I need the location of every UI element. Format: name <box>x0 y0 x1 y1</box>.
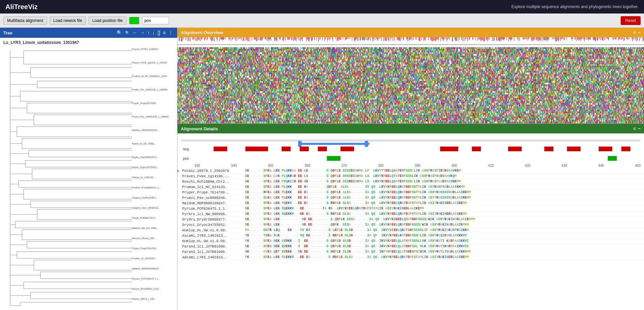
table-row: Pruper_Prupe.7G14760..SE-------RFEA-LEK-… <box>177 190 644 195</box>
alignment-details: Alignment Details ≡ − <box>177 124 644 310</box>
table-row: Maldom_MDP0000169047.SE-------SFEA-LEK-P… <box>177 201 644 206</box>
tree-panel: Tree 🔍 🔍 ← → ↑ ↓ [] ≡ ⋮ Lu_LYR3_Linum_us… <box>0 28 177 310</box>
svg-rect-132 <box>599 147 612 151</box>
overview-menu-icon[interactable]: ≡ <box>633 30 636 35</box>
scale-440: 440 <box>598 164 604 167</box>
sequence-name: Humlup_HL.SW.v1.0.G0. <box>181 228 245 232</box>
svg-rect-123 <box>282 147 291 151</box>
position-slider[interactable] <box>181 133 641 144</box>
sequence-name: Drydru_Drydr368S0377. <box>181 217 245 222</box>
sequence-data: SE-------SFEA-LEK-----------VE-EE-------… <box>245 223 644 227</box>
svg-text:Pyrbre_lcl_NC_0088...: Pyrbre_lcl_NC_0088... <box>132 143 156 145</box>
table-row: Parand_lcl_JXTB01000.SE-------SFES-SEK-Q… <box>177 244 644 249</box>
svg-text:Pruavi_Pav_sc0000348_1_180844: Pruavi_Pav_sc0000348_1_180844 <box>132 115 169 118</box>
details-minimize-icon[interactable]: − <box>638 126 641 131</box>
overview-title: Alignment Overview <box>181 30 223 35</box>
sequence-name: Adcami_LYR3_1401923.. <box>181 255 245 259</box>
tree-selected-label: Lu_LYR3_Linum_usitatissium_1301947 <box>2 40 175 46</box>
arrow-down-icon[interactable]: ↓ <box>152 29 156 36</box>
sequence-data: SE-------SFEA-LGK-PLQKRGD-EE-LS---------… <box>245 174 644 178</box>
scale-350: 350 <box>268 164 273 167</box>
tree-content: Lu_LYR3_Linum_usitatissium_1301947 <box>0 38 177 310</box>
arrow-up-icon[interactable]: ↑ <box>147 29 150 36</box>
scale-430: 430 <box>562 164 567 167</box>
svg-text:Roschi_RchiOBHm_Chr2...: Roschi_RchiOBHm_Chr2... <box>132 288 161 290</box>
svg-text:Pruder_Per_cDNA108_1_148098: Pruder_Per_cDNA108_1_148098 <box>132 88 167 91</box>
zoom-in-icon[interactable]: 🔍 <box>116 29 123 36</box>
svg-text:Maldom_Ma_loci_RM6...: Maldom_Ma_loci_RM6... <box>132 227 158 230</box>
scale-450: 450 <box>635 164 641 167</box>
bracket-icon[interactable]: [] <box>157 29 161 36</box>
svg-rect-128 <box>472 147 481 151</box>
slider-track <box>181 139 641 141</box>
sequence-data: PK-------SFEA-LEK-PLEKKV---EE-EG--------… <box>245 255 644 259</box>
alignment-overview: Alignment Overview ≡ − <box>177 28 644 124</box>
scale-370: 370 <box>341 164 347 167</box>
load-newick-button[interactable]: Load newick file <box>50 17 86 25</box>
sequence-data: SE-------SFES-SEK-QVEKK---I--DE---------… <box>245 244 644 248</box>
sequence-name: Dryoct_Dryoc34755052. <box>181 223 245 227</box>
sequence-name: Pruper_Prupe.7G14760.. <box>181 190 245 195</box>
svg-text:Drydru_Drydr368S0377...: Drydru_Drydr368S0377... <box>132 156 159 159</box>
menu-icon[interactable]: ≡ <box>162 29 166 36</box>
sequence-name: Ascami_IYR3_1401923.. <box>181 234 245 238</box>
neg-bars <box>191 146 644 152</box>
svg-rect-127 <box>440 147 458 151</box>
sequence-data: SE-------SFEA-LEK-SQEKKV---EE-EG--------… <box>245 212 644 216</box>
svg-text:Prudum_lcl_RP_00000411_2100...: Prudum_lcl_RP_00000411_2100... <box>132 75 169 78</box>
sequence-data: SK-------GYEA-QET-SVEEK---VE-EE---------… <box>245 250 644 254</box>
table-row: Prumum_lcl_NC_024133.SE-------SFEA-LEK-P… <box>177 184 644 190</box>
svg-rect-125 <box>318 147 327 151</box>
details-header: Alignment Details ≡ − <box>177 124 644 133</box>
sequence-name: Parand_lcl_JXTB01000. <box>181 250 245 254</box>
app-header: AliTreeViz Explore multiple sequence ali… <box>0 0 644 14</box>
reset-button[interactable]: Reset <box>621 16 641 25</box>
details-content: neg <box>177 133 644 310</box>
pos-bars <box>191 155 644 161</box>
svg-rect-134 <box>327 156 340 161</box>
multifasta-button[interactable]: Multifasta alignment <box>3 17 47 25</box>
svg-text:Prudum_Prudul680701_1...: Prudum_Prudul680701_1... <box>132 186 161 189</box>
details-menu-icon[interactable]: ≡ <box>633 126 636 131</box>
scale-330: 330 <box>194 164 200 167</box>
svg-rect-135 <box>608 156 617 161</box>
svg-text:Pyrcom_PCP020475.1.1...: Pyrcom_PCP020475.1.1... <box>132 278 160 280</box>
zoom-out-icon[interactable]: 🔍 <box>124 30 130 36</box>
overview-content[interactable] <box>177 37 644 123</box>
more-icon[interactable]: ⋮ <box>168 29 174 36</box>
table-row: Drydru_Drydr368S0377.SE-------SFEA-LEK--… <box>177 217 644 222</box>
arrow-right-icon[interactable]: → <box>139 29 145 36</box>
sequence-data: PA-------NSTR-LDQ----EK----TV-KI--------… <box>245 228 644 232</box>
sequence-data: TK-------TSEA-SGK----------VQ-KE--------… <box>245 234 644 237</box>
color-picker[interactable] <box>129 17 139 24</box>
sequence-data: SE-------SFEA-LEK-PLQKKGG-ED-LE---------… <box>245 169 644 173</box>
svg-rect-130 <box>544 147 553 151</box>
table-row: Humlup_HL.SW.v1.0.G0.PA-------NSTR-LDQ--… <box>177 228 644 233</box>
sequence-name: Humlup_HL.SW.v1.0.G0. <box>181 239 245 243</box>
svg-text:Frauve_PJTR1_1340971: Frauve_PJTR1_1340971 <box>132 48 158 51</box>
load-position-button[interactable]: Load position file <box>89 17 126 25</box>
tree-toolbar: 🔍 🔍 ← → ↑ ↓ [] ≡ ⋮ <box>116 29 174 36</box>
table-row: Pruavi_Pav_sc0000348.SE-------SLEA-LEK-P… <box>177 195 644 201</box>
scale-360: 360 <box>305 164 310 167</box>
table-row: ▶Potmic_30579_t_2502079SE-------SFEA-LEK… <box>177 168 644 174</box>
svg-text:Pruper_Prupe7614760...: Pruper_Prupe7614760... <box>132 247 158 250</box>
details-title: Alignment Details <box>181 126 218 131</box>
overview-header: Alignment Overview ≡ − <box>177 28 644 37</box>
overview-minimize-icon[interactable]: − <box>638 30 641 35</box>
scale-390: 390 <box>415 164 421 167</box>
table-row: Ascami_IYR3_1401923..TK-------TSEA-SGK--… <box>177 233 644 238</box>
svg-rect-129 <box>508 147 522 151</box>
sequence-data: PK-------SFEA-NEK-AVDKK---I--EE---------… <box>245 239 644 243</box>
scale-380: 380 <box>378 164 384 167</box>
svg-rect-122 <box>245 147 268 151</box>
sequence-name: Parand_lcl_JXTB01000. <box>181 244 245 249</box>
arrow-left-icon[interactable]: ← <box>132 29 138 36</box>
details-icons: ≡ − <box>633 126 641 131</box>
sequence-table[interactable]: ▶Potmic_30579_t_2502079SE-------SFEA-LEK… <box>177 168 644 310</box>
right-panel: Alignment Overview ≡ − Alignment Details… <box>177 28 644 310</box>
sequence-data: SE-------RFEA-LEK-PLEKK---EE-EG---------… <box>245 190 644 194</box>
sequence-name: Maldom_MDP0000169047. <box>181 201 245 205</box>
tree-svg-area[interactable]: Frauve_PJTR1_1340971 Frauve_FvHd_1g1419_… <box>2 46 175 306</box>
pos-input[interactable] <box>142 17 169 24</box>
